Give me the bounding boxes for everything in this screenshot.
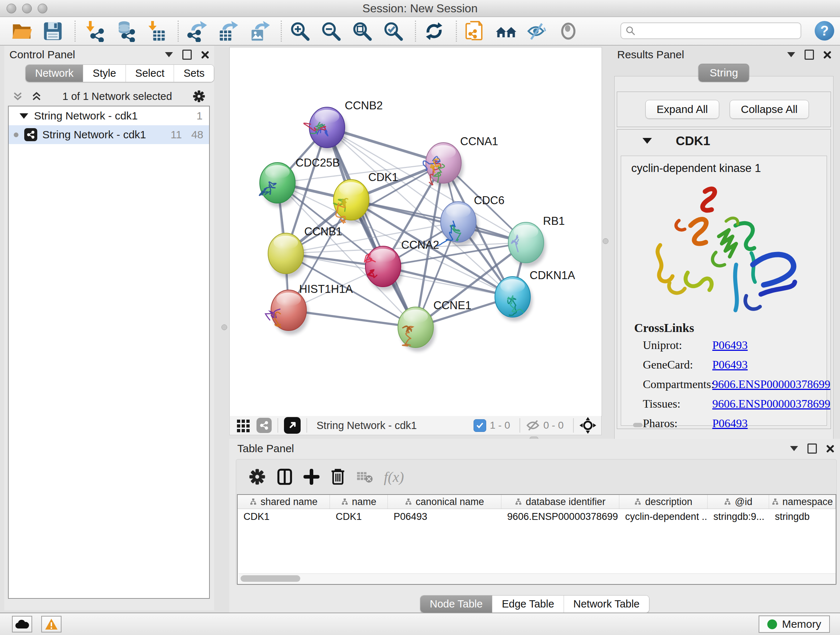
network-graph[interactable]: CCNB2CCNA1CDC25BCDK1CDC6RB1CCNB1CCNA2CDK…: [230, 48, 602, 416]
column-header[interactable]: namespace: [769, 495, 836, 509]
grid-icon[interactable]: [235, 417, 251, 433]
refresh-icon[interactable]: [423, 19, 446, 43]
crosslink-link[interactable]: P06493: [712, 339, 748, 352]
divider: [573, 418, 574, 432]
tab-edge-table[interactable]: Edge Table: [493, 595, 564, 613]
panel-menu-icon[interactable]: [165, 52, 173, 57]
network-node[interactable]: [333, 180, 371, 224]
collapse-all-button[interactable]: Collapse All: [729, 100, 809, 119]
cloud-button[interactable]: [12, 616, 32, 632]
panel-float-icon[interactable]: [807, 443, 817, 454]
function-builder-icon[interactable]: f(x): [384, 469, 404, 486]
delete-column-icon[interactable]: [330, 468, 346, 486]
tab-select[interactable]: Select: [126, 65, 174, 82]
share-document-icon[interactable]: [463, 19, 486, 43]
zoom-fit-icon[interactable]: [351, 19, 374, 43]
network-view[interactable]: CCNB2CCNA1CDC25BCDK1CDC6RB1CCNB1CCNA2CDK…: [229, 47, 602, 416]
column-header[interactable]: database identifier: [501, 495, 619, 509]
network-node[interactable]: [508, 222, 546, 267]
add-column-icon[interactable]: [303, 469, 319, 485]
network-row[interactable]: String Network - cdk1 11 48: [9, 125, 209, 144]
table-settings-gear-icon[interactable]: [248, 468, 266, 486]
network-node[interactable]: [268, 233, 306, 278]
panel-float-icon[interactable]: [182, 50, 192, 60]
export-table-icon[interactable]: [216, 19, 240, 43]
open-in-window-icon[interactable]: [284, 417, 301, 434]
network-node[interactable]: [495, 277, 532, 321]
network-node[interactable]: [423, 143, 463, 187]
search-box[interactable]: [621, 22, 801, 39]
network-collection-row[interactable]: String Network - cdk1 1: [9, 106, 209, 125]
network-node[interactable]: [398, 307, 436, 352]
export-image-icon[interactable]: [248, 19, 271, 43]
expand-all-button[interactable]: Expand All: [645, 100, 719, 119]
network-selected-status: 1 of 1 Network selected: [42, 90, 193, 103]
tab-style[interactable]: Style: [83, 65, 126, 82]
tab-network[interactable]: Network: [26, 65, 83, 82]
warning-button[interactable]: [41, 616, 62, 632]
crosshair-icon[interactable]: [579, 417, 596, 434]
gear-icon[interactable]: [193, 90, 205, 103]
panel-menu-icon[interactable]: [787, 52, 795, 57]
column-type-icon: [515, 498, 522, 505]
show-hide-details-icon[interactable]: [526, 19, 549, 43]
hidden-eye-icon[interactable]: [526, 419, 540, 432]
collapse-section-icon[interactable]: [643, 138, 652, 144]
crosslink-link[interactable]: 9606.ENSP00000378699: [712, 378, 830, 391]
memory-button[interactable]: Memory: [759, 616, 830, 633]
column-header-label: namespace: [783, 496, 833, 508]
toolbar-divider: [415, 21, 416, 42]
column-header[interactable]: @id: [707, 495, 769, 509]
network-node[interactable]: [265, 290, 309, 334]
table-horizontal-scrollbar[interactable]: [238, 573, 836, 583]
column-header[interactable]: shared name: [238, 495, 330, 509]
birdseye-icon[interactable]: [557, 19, 580, 43]
tab-string[interactable]: String: [699, 64, 749, 82]
column-header[interactable]: description: [619, 495, 707, 509]
zoom-in-icon[interactable]: [288, 19, 311, 43]
expand-all-icon[interactable]: [31, 91, 42, 102]
node-label: HIST1H1A: [299, 283, 353, 295]
network-node[interactable]: [364, 246, 403, 291]
panel-close-icon[interactable]: [201, 51, 209, 59]
crosslink-link[interactable]: P06493: [712, 358, 748, 371]
collection-expand-icon[interactable]: [19, 113, 28, 119]
show-columns-icon[interactable]: [277, 468, 293, 486]
column-header[interactable]: name: [330, 495, 388, 509]
home-icon[interactable]: [494, 19, 518, 43]
vertical-splitter-handle[interactable]: [603, 238, 608, 244]
import-network-database-icon[interactable]: [113, 19, 136, 43]
panel-close-icon[interactable]: [823, 51, 831, 59]
open-session-icon[interactable]: [10, 19, 33, 43]
table-scrollbar-thumb[interactable]: [240, 575, 300, 582]
gene-header[interactable]: CDK1: [617, 130, 831, 152]
selected-checkbox-icon[interactable]: [474, 419, 486, 432]
tab-node-table[interactable]: Node Table: [420, 595, 493, 613]
search-input[interactable]: [636, 25, 801, 37]
delete-table-icon[interactable]: [356, 470, 373, 484]
node-label: CCNB1: [304, 225, 342, 238]
panel-float-icon[interactable]: [805, 50, 814, 60]
save-session-icon[interactable]: [41, 19, 65, 43]
vertical-splitter-handle[interactable]: [221, 325, 227, 330]
zoom-selected-icon[interactable]: [382, 19, 405, 43]
import-table-icon[interactable]: [144, 19, 167, 43]
share-view-icon[interactable]: [256, 418, 272, 433]
zoom-out-icon[interactable]: [319, 19, 343, 43]
crosslink-link[interactable]: P06493: [712, 417, 748, 430]
table-row[interactable]: CDK1CDK1P064939606.ENSP00000378699cyclin…: [238, 509, 836, 524]
crosslink-link[interactable]: 9606.ENSP00000378699: [712, 397, 830, 410]
results-scrollbar-thumb[interactable]: [633, 423, 643, 427]
collapse-all-icon[interactable]: [12, 91, 23, 102]
help-icon[interactable]: ?: [815, 21, 834, 41]
panel-close-icon[interactable]: [826, 445, 834, 453]
column-header[interactable]: canonical name: [388, 495, 501, 509]
import-network-file-icon[interactable]: [82, 19, 105, 43]
node-label: CCNE1: [433, 299, 471, 312]
network-node[interactable]: [259, 163, 297, 207]
tab-sets[interactable]: Sets: [174, 65, 214, 82]
export-network-icon[interactable]: [185, 19, 208, 43]
tab-network-table[interactable]: Network Table: [564, 595, 649, 613]
network-node[interactable]: [436, 202, 478, 246]
panel-menu-icon[interactable]: [790, 446, 798, 451]
